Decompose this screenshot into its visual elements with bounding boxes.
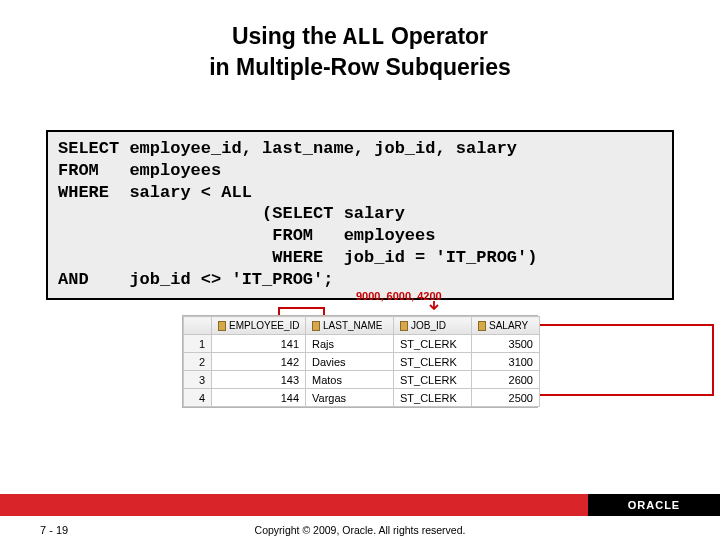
column-icon [400, 321, 408, 331]
col-last-name: LAST_NAME [306, 317, 394, 335]
copyright-text: Copyright © 2009, Oracle. All rights res… [0, 524, 720, 536]
table-row: 2 142 Davies ST_CLERK 3100 [184, 353, 540, 371]
table-row: 4 144 Vargas ST_CLERK 2500 [184, 389, 540, 407]
table-row: 3 143 Matos ST_CLERK 2600 [184, 371, 540, 389]
table-header-row: EMPLOYEE_ID LAST_NAME JOB_ID SALARY [184, 317, 540, 335]
title-pre: Using the [232, 23, 343, 49]
title-mono: ALL [343, 25, 384, 51]
column-icon [478, 321, 486, 331]
sql-code-block: SELECT employee_id, last_name, job_id, s… [46, 130, 674, 300]
slide-title: Using the ALL Operator in Multiple-Row S… [0, 0, 720, 82]
col-job-id: JOB_ID [394, 317, 472, 335]
result-table: EMPLOYEE_ID LAST_NAME JOB_ID SALARY 1 14… [183, 316, 540, 407]
column-icon [312, 321, 320, 331]
code-line: SELECT employee_id, last_name, job_id, s… [58, 138, 662, 290]
arrow-down-icon [428, 300, 452, 314]
table-row: 1 141 Rajs ST_CLERK 3500 [184, 335, 540, 353]
col-rownum [184, 317, 212, 335]
column-icon [218, 321, 226, 331]
col-employee-id: EMPLOYEE_ID [212, 317, 306, 335]
footer-bar: ORACLE [0, 494, 720, 516]
oracle-logo: ORACLE [628, 499, 680, 511]
query-result-grid: EMPLOYEE_ID LAST_NAME JOB_ID SALARY 1 14… [182, 315, 538, 408]
col-salary: SALARY [472, 317, 540, 335]
slide: Using the ALL Operator in Multiple-Row S… [0, 0, 720, 540]
brand-strip: ORACLE [588, 494, 720, 516]
